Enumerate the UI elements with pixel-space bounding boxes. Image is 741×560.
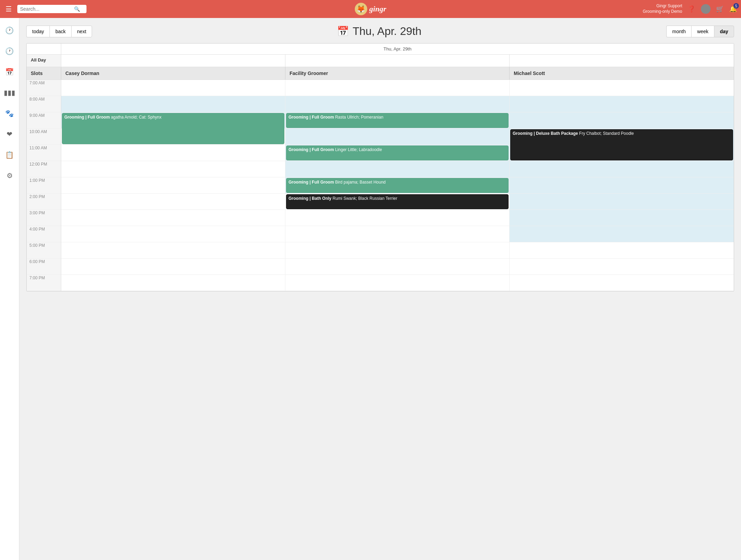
appointment-service: Grooming | Full Groom xyxy=(289,115,334,120)
calendar-body: 7:00 AM8:00 AM9:00 AM10:00 AM11:00 AM12:… xyxy=(27,80,734,291)
calendar-grid: Thu, Apr. 29th All Day Slots Casey Dorma… xyxy=(26,43,734,291)
all-day-michael xyxy=(510,55,734,67)
sidebar-item-list[interactable]: 📋 xyxy=(3,148,17,162)
appointment-details: Linger Little; Labradoodle xyxy=(334,147,382,152)
calendar-title: 📅 Thu, Apr. 29th xyxy=(92,25,666,38)
appointment-block[interactable]: Grooming | Deluxe Bath Package Fry Chalb… xyxy=(510,129,733,160)
help-icon[interactable]: ❓ xyxy=(688,5,695,13)
notification-icon[interactable]: 🔔 5 xyxy=(729,5,737,13)
sidebar-item-settings[interactable]: ⚙ xyxy=(3,169,17,183)
slots-header: Slots xyxy=(27,67,61,80)
time-cell[interactable] xyxy=(285,226,509,242)
sidebar-item-chart[interactable]: ▮▮▮ xyxy=(3,86,17,100)
time-cell[interactable] xyxy=(61,177,285,194)
sidebar-item-schedule[interactable]: 🕐 xyxy=(3,24,17,37)
time-cell[interactable] xyxy=(510,112,734,129)
appointment-block[interactable]: Grooming | Full Groom agatha Arnold; Cat… xyxy=(62,113,284,144)
time-label: 8:00 AM xyxy=(27,96,61,112)
week-view-button[interactable]: week xyxy=(691,26,714,37)
time-column: 7:00 AM8:00 AM9:00 AM10:00 AM11:00 AM12:… xyxy=(27,80,61,291)
date-header-empty xyxy=(27,44,61,54)
time-cell[interactable] xyxy=(285,129,509,145)
time-cell[interactable] xyxy=(510,226,734,242)
search-icon[interactable]: 🔍 xyxy=(74,6,80,12)
time-cell[interactable] xyxy=(285,96,509,112)
time-cell[interactable] xyxy=(61,226,285,242)
calendar-icon: 📅 xyxy=(337,26,349,37)
time-label: 9:00 AM xyxy=(27,112,61,129)
sidebar: 🕐 🕐 📅 ▮▮▮ 🐾 ❤ 📋 ⚙ xyxy=(0,18,19,560)
time-cell[interactable] xyxy=(61,259,285,275)
date-header-row: Thu, Apr. 29th xyxy=(27,44,734,55)
time-label: 4:00 PM xyxy=(27,226,61,242)
time-cell[interactable] xyxy=(510,80,734,96)
all-day-casey xyxy=(61,55,285,67)
time-cell[interactable] xyxy=(285,259,509,275)
time-cell[interactable] xyxy=(285,242,509,259)
avatar[interactable] xyxy=(701,4,711,14)
navbar: ☰ 🔍 🦊 gingr Gingr Support Grooming-only … xyxy=(0,0,741,18)
all-day-facility xyxy=(285,55,510,67)
time-cell[interactable] xyxy=(510,210,734,226)
time-cell[interactable] xyxy=(510,96,734,112)
month-view-button[interactable]: month xyxy=(666,26,691,37)
sidebar-item-calendar[interactable]: 📅 xyxy=(3,65,17,79)
appointment-block[interactable]: Grooming | Bath Only Rumi Swank; Black R… xyxy=(286,194,509,209)
time-cell[interactable] xyxy=(285,161,509,177)
appointment-details: Bird pajama; Basset Hound xyxy=(334,180,385,185)
sidebar-item-history[interactable]: 🕐 xyxy=(3,44,17,58)
time-cell[interactable] xyxy=(510,177,734,194)
dog-icon: 🦊 xyxy=(355,3,367,15)
back-button[interactable]: back xyxy=(49,26,71,37)
time-cell[interactable] xyxy=(61,145,285,161)
appointment-service: Grooming | Full Groom xyxy=(64,115,110,120)
time-cell[interactable] xyxy=(61,161,285,177)
search-input[interactable] xyxy=(20,6,72,12)
time-cell[interactable] xyxy=(61,210,285,226)
time-label: 2:00 PM xyxy=(27,194,61,210)
time-cell[interactable] xyxy=(61,96,285,112)
time-cell[interactable] xyxy=(285,275,509,291)
appointment-service: Grooming | Full Groom xyxy=(289,180,334,185)
hamburger-icon[interactable]: ☰ xyxy=(4,3,13,15)
today-button[interactable]: today xyxy=(26,26,49,37)
day-view-button[interactable]: day xyxy=(714,26,734,37)
appointment-block[interactable]: Grooming | Full Groom Linger Little; Lab… xyxy=(286,146,509,160)
navbar-right: Gingr Support Grooming-only Demo ❓ 🛒 🔔 5 xyxy=(643,3,737,14)
support-text: Gingr Support Grooming-only Demo xyxy=(643,3,682,14)
time-label: 5:00 PM xyxy=(27,242,61,259)
appointment-details: agatha Arnold; Cat: Sphynx xyxy=(110,115,161,120)
sidebar-item-paw[interactable]: 🐾 xyxy=(3,106,17,120)
time-cell[interactable] xyxy=(61,80,285,96)
groomer-header-row: Slots Casey Dorman Facility Groomer Mich… xyxy=(27,67,734,80)
time-cell[interactable] xyxy=(61,194,285,210)
time-label: 7:00 PM xyxy=(27,275,61,291)
appointment-details: Rasta Ullrich; Pomeranian xyxy=(334,115,383,120)
time-cell[interactable] xyxy=(510,161,734,177)
time-cell[interactable] xyxy=(285,210,509,226)
time-cell[interactable] xyxy=(510,242,734,259)
all-day-label: All Day xyxy=(27,55,61,67)
appointment-block[interactable]: Grooming | Full Groom Rasta Ullrich; Pom… xyxy=(286,113,509,128)
time-cell[interactable] xyxy=(510,194,734,210)
time-label: 6:00 PM xyxy=(27,259,61,275)
time-cell[interactable] xyxy=(285,80,509,96)
time-label: 11:00 AM xyxy=(27,145,61,161)
time-label: 12:00 PM xyxy=(27,161,61,177)
sidebar-item-heart[interactable]: ❤ xyxy=(3,127,17,141)
time-cell[interactable] xyxy=(510,275,734,291)
logo-text: gingr xyxy=(369,4,386,13)
next-button[interactable]: next xyxy=(71,26,92,37)
logo: 🦊 gingr xyxy=(355,3,386,15)
groomer-header-casey: Casey Dorman xyxy=(61,67,285,80)
main-content: today back next 📅 Thu, Apr. 29th month w… xyxy=(19,18,741,560)
appointment-block[interactable]: Grooming | Full Groom Bird pajama; Basse… xyxy=(286,178,509,193)
time-cell[interactable] xyxy=(61,242,285,259)
cart-icon[interactable]: 🛒 xyxy=(716,5,724,13)
time-cell[interactable] xyxy=(510,259,734,275)
groomer-header-michael: Michael Scott xyxy=(510,67,734,80)
all-day-row: All Day xyxy=(27,55,734,67)
time-label: 7:00 AM xyxy=(27,80,61,96)
time-cell[interactable] xyxy=(61,275,285,291)
time-label: 3:00 PM xyxy=(27,210,61,226)
